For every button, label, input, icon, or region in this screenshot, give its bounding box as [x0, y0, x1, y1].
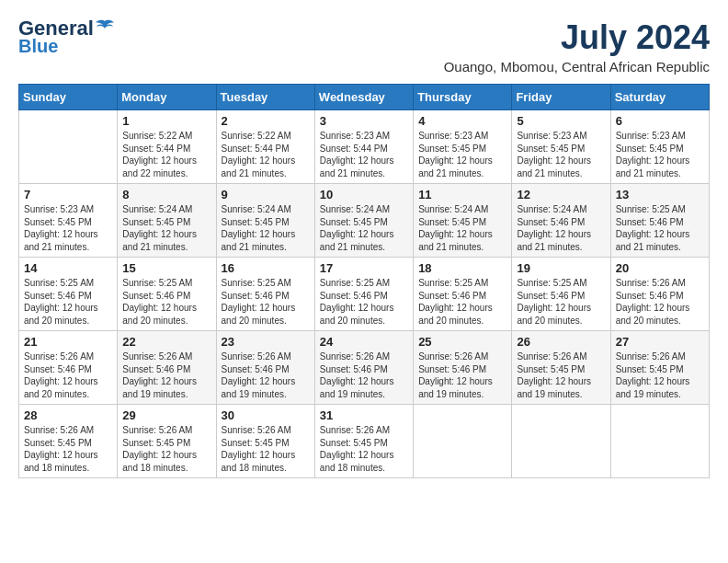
logo: General Blue: [18, 18, 114, 55]
day-number: 12: [517, 188, 605, 201]
day-number: 21: [24, 335, 112, 349]
day-number: 26: [517, 335, 605, 349]
calendar-cell: 17Sunrise: 5:25 AM Sunset: 5:46 PM Dayli…: [314, 258, 413, 331]
day-info: Sunrise: 5:23 AM Sunset: 5:45 PM Dayligh…: [517, 130, 605, 179]
day-number: 9: [222, 188, 310, 201]
calendar-cell: 15Sunrise: 5:25 AM Sunset: 5:46 PM Dayli…: [118, 258, 216, 331]
day-info: Sunrise: 5:26 AM Sunset: 5:46 PM Dayligh…: [616, 277, 704, 327]
calendar-cell: 26Sunrise: 5:26 AM Sunset: 5:45 PM Dayli…: [512, 331, 610, 405]
calendar-cell: 10Sunrise: 5:24 AM Sunset: 5:45 PM Dayli…: [314, 184, 413, 258]
day-number: 13: [616, 188, 704, 201]
calendar-cell: [19, 110, 118, 184]
calendar-cell: 19Sunrise: 5:25 AM Sunset: 5:46 PM Dayli…: [512, 258, 610, 331]
day-number: 20: [616, 261, 704, 275]
calendar-cell: 12Sunrise: 5:24 AM Sunset: 5:46 PM Dayli…: [512, 184, 610, 258]
day-number: 10: [320, 188, 408, 201]
weekday-header-friday: Friday: [512, 85, 610, 110]
calendar-cell: 2Sunrise: 5:22 AM Sunset: 5:44 PM Daylig…: [216, 110, 314, 184]
day-number: 11: [418, 188, 506, 201]
day-info: Sunrise: 5:25 AM Sunset: 5:46 PM Dayligh…: [616, 203, 704, 253]
day-info: Sunrise: 5:25 AM Sunset: 5:46 PM Dayligh…: [24, 277, 112, 327]
calendar-cell: 27Sunrise: 5:26 AM Sunset: 5:45 PM Dayli…: [610, 331, 709, 405]
day-number: 28: [24, 408, 112, 422]
month-year-title: July 2024: [444, 18, 710, 57]
calendar-cell: 1Sunrise: 5:22 AM Sunset: 5:44 PM Daylig…: [118, 110, 216, 184]
title-section: July 2024 Ouango, Mbomou, Central Africa…: [444, 18, 710, 75]
day-number: 8: [122, 188, 210, 201]
weekday-header-monday: Monday: [118, 85, 216, 110]
day-number: 24: [320, 335, 408, 349]
calendar-cell: [610, 405, 709, 478]
day-info: Sunrise: 5:26 AM Sunset: 5:45 PM Dayligh…: [122, 424, 210, 474]
calendar-cell: 4Sunrise: 5:23 AM Sunset: 5:45 PM Daylig…: [414, 110, 512, 184]
calendar-week-row: 1Sunrise: 5:22 AM Sunset: 5:44 PM Daylig…: [19, 110, 710, 184]
day-info: Sunrise: 5:23 AM Sunset: 5:45 PM Dayligh…: [24, 203, 112, 253]
weekday-header-tuesday: Tuesday: [216, 85, 314, 110]
calendar-cell: 13Sunrise: 5:25 AM Sunset: 5:46 PM Dayli…: [610, 184, 709, 258]
day-info: Sunrise: 5:26 AM Sunset: 5:45 PM Dayligh…: [24, 424, 112, 474]
day-info: Sunrise: 5:23 AM Sunset: 5:45 PM Dayligh…: [616, 130, 704, 179]
day-info: Sunrise: 5:25 AM Sunset: 5:46 PM Dayligh…: [122, 277, 210, 327]
day-number: 17: [320, 261, 408, 275]
calendar-cell: 22Sunrise: 5:26 AM Sunset: 5:46 PM Dayli…: [118, 331, 216, 405]
day-info: Sunrise: 5:26 AM Sunset: 5:45 PM Dayligh…: [517, 350, 605, 400]
calendar-cell: 8Sunrise: 5:24 AM Sunset: 5:45 PM Daylig…: [118, 184, 216, 258]
day-info: Sunrise: 5:26 AM Sunset: 5:45 PM Dayligh…: [320, 424, 408, 474]
calendar-cell: 18Sunrise: 5:25 AM Sunset: 5:46 PM Dayli…: [414, 258, 512, 331]
weekday-header-wednesday: Wednesday: [314, 85, 413, 110]
calendar-cell: 21Sunrise: 5:26 AM Sunset: 5:46 PM Dayli…: [19, 331, 118, 405]
day-info: Sunrise: 5:26 AM Sunset: 5:46 PM Dayligh…: [122, 350, 210, 400]
calendar-week-row: 14Sunrise: 5:25 AM Sunset: 5:46 PM Dayli…: [19, 258, 710, 331]
day-info: Sunrise: 5:26 AM Sunset: 5:46 PM Dayligh…: [24, 350, 112, 400]
day-info: Sunrise: 5:24 AM Sunset: 5:46 PM Dayligh…: [517, 203, 605, 253]
calendar-cell: 29Sunrise: 5:26 AM Sunset: 5:45 PM Dayli…: [118, 405, 216, 478]
day-info: Sunrise: 5:26 AM Sunset: 5:45 PM Dayligh…: [616, 350, 704, 400]
calendar-week-row: 7Sunrise: 5:23 AM Sunset: 5:45 PM Daylig…: [19, 184, 710, 258]
logo-blue: Blue: [18, 37, 58, 55]
location-subtitle: Ouango, Mbomou, Central African Republic: [444, 59, 710, 75]
day-info: Sunrise: 5:24 AM Sunset: 5:45 PM Dayligh…: [222, 203, 310, 253]
calendar-cell: 6Sunrise: 5:23 AM Sunset: 5:45 PM Daylig…: [610, 110, 709, 184]
day-number: 5: [517, 114, 605, 128]
weekday-header-thursday: Thursday: [414, 85, 512, 110]
page-header: General Blue July 2024 Ouango, Mbomou, C…: [18, 18, 710, 75]
day-info: Sunrise: 5:24 AM Sunset: 5:45 PM Dayligh…: [320, 203, 408, 253]
day-number: 6: [616, 114, 704, 128]
calendar-cell: 9Sunrise: 5:24 AM Sunset: 5:45 PM Daylig…: [216, 184, 314, 258]
weekday-header-row: SundayMondayTuesdayWednesdayThursdayFrid…: [19, 85, 710, 110]
calendar-week-row: 21Sunrise: 5:26 AM Sunset: 5:46 PM Dayli…: [19, 331, 710, 405]
day-number: 31: [320, 408, 408, 422]
day-info: Sunrise: 5:26 AM Sunset: 5:46 PM Dayligh…: [418, 350, 506, 400]
day-number: 30: [222, 408, 310, 422]
day-number: 7: [24, 188, 112, 201]
calendar-cell: [512, 405, 610, 478]
calendar-cell: 25Sunrise: 5:26 AM Sunset: 5:46 PM Dayli…: [414, 331, 512, 405]
day-number: 18: [418, 261, 506, 275]
calendar-cell: 16Sunrise: 5:25 AM Sunset: 5:46 PM Dayli…: [216, 258, 314, 331]
day-info: Sunrise: 5:22 AM Sunset: 5:44 PM Dayligh…: [222, 130, 310, 179]
day-info: Sunrise: 5:23 AM Sunset: 5:44 PM Dayligh…: [320, 130, 408, 179]
day-number: 19: [517, 261, 605, 275]
day-number: 3: [320, 114, 408, 128]
day-number: 4: [418, 114, 506, 128]
calendar-week-row: 28Sunrise: 5:26 AM Sunset: 5:45 PM Dayli…: [19, 405, 710, 478]
calendar-cell: 11Sunrise: 5:24 AM Sunset: 5:45 PM Dayli…: [414, 184, 512, 258]
day-number: 16: [222, 261, 310, 275]
calendar-cell: 3Sunrise: 5:23 AM Sunset: 5:44 PM Daylig…: [314, 110, 413, 184]
day-info: Sunrise: 5:22 AM Sunset: 5:44 PM Dayligh…: [122, 130, 210, 179]
day-number: 1: [122, 114, 210, 128]
weekday-header-saturday: Saturday: [610, 85, 709, 110]
day-number: 14: [24, 261, 112, 275]
day-info: Sunrise: 5:25 AM Sunset: 5:46 PM Dayligh…: [517, 277, 605, 327]
calendar-cell: [414, 405, 512, 478]
calendar-cell: 14Sunrise: 5:25 AM Sunset: 5:46 PM Dayli…: [19, 258, 118, 331]
day-info: Sunrise: 5:26 AM Sunset: 5:46 PM Dayligh…: [320, 350, 408, 400]
day-number: 22: [122, 335, 210, 349]
day-info: Sunrise: 5:23 AM Sunset: 5:45 PM Dayligh…: [418, 130, 506, 179]
weekday-header-sunday: Sunday: [19, 85, 118, 110]
calendar-table: SundayMondayTuesdayWednesdayThursdayFrid…: [18, 84, 710, 478]
day-info: Sunrise: 5:26 AM Sunset: 5:46 PM Dayligh…: [222, 350, 310, 400]
day-number: 2: [222, 114, 310, 128]
day-number: 15: [122, 261, 210, 275]
calendar-cell: 23Sunrise: 5:26 AM Sunset: 5:46 PM Dayli…: [216, 331, 314, 405]
